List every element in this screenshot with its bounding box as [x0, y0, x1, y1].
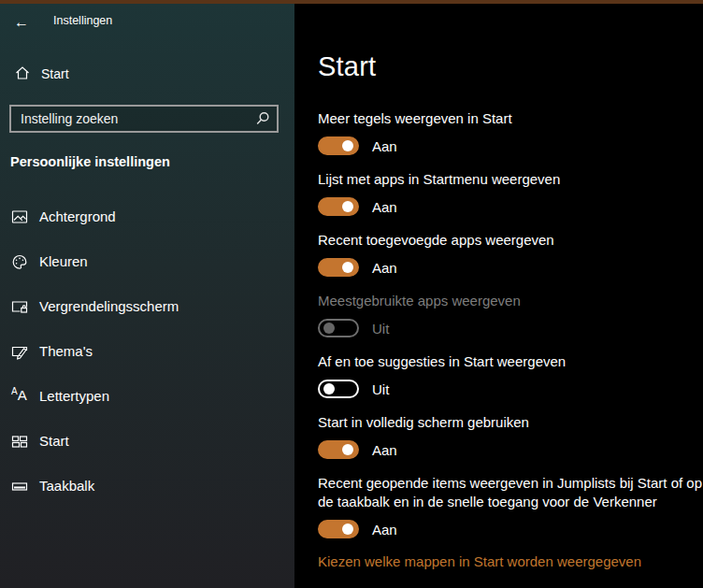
- toggle-switch[interactable]: [318, 440, 359, 459]
- taskbar-icon: [11, 478, 28, 495]
- sidebar-item-label: Thema's: [39, 343, 93, 359]
- setting-more-tiles: Meer tegels weergeven in Start Aan: [318, 109, 703, 155]
- toggle-state-label: Aan: [372, 260, 397, 276]
- setting-label: Lijst met apps in Startmenu weergeven: [318, 170, 703, 189]
- toggle-switch[interactable]: [318, 258, 359, 277]
- sidebar-item-label: Kleuren: [39, 253, 88, 269]
- sidebar: ← Instellingen Start Persoonlijke instel…: [0, 4, 294, 588]
- toggle-knob: [342, 444, 353, 455]
- setting-fullscreen-start: Start in volledig scherm gebruiken Aan: [318, 413, 703, 459]
- setting-label: Recent geopende items weergeven in Jumpl…: [318, 474, 703, 511]
- settings-list: Meer tegels weergeven in Start Aan Lijst…: [318, 109, 703, 570]
- window-top-edge: [0, 0, 703, 4]
- toggle-knob: [342, 201, 353, 212]
- image-icon: [11, 208, 28, 225]
- setting-label: Meer tegels weergeven in Start: [318, 109, 703, 128]
- sidebar-item-label: Lettertypen: [39, 388, 109, 404]
- toggle-knob: [323, 323, 335, 334]
- sidebar-home-label: Start: [41, 66, 69, 81]
- lockscreen-icon: [11, 298, 28, 315]
- toggle-knob: [342, 140, 353, 151]
- toggle-state-label: Aan: [372, 138, 397, 154]
- setting-recently-added: Recent toegevoegde apps weergeven Aan: [318, 231, 703, 277]
- choose-folders-link[interactable]: Kiezen welke mappen in Start worden weer…: [318, 553, 641, 569]
- themes-icon: [11, 343, 28, 360]
- back-button[interactable]: ←: [11, 12, 32, 33]
- setting-suggestions: Af en toe suggesties in Start weergeven …: [318, 352, 703, 398]
- toggle-knob: [342, 262, 353, 273]
- sidebar-section-header: Persoonlijke instellingen: [10, 154, 170, 169]
- sidebar-item-start[interactable]: Start: [0, 419, 294, 464]
- sidebar-item-label: Achtergrond: [39, 208, 116, 224]
- setting-label: Recent toegevoegde apps weergeven: [318, 231, 703, 250]
- toggle-switch[interactable]: [318, 520, 359, 538]
- sidebar-item-achtergrond[interactable]: Achtergrond: [0, 194, 294, 239]
- toggle-state-label: Aan: [372, 442, 397, 458]
- sidebar-item-themas[interactable]: Thema's: [0, 329, 294, 374]
- toggle-knob: [323, 383, 335, 394]
- palette-icon: [11, 253, 28, 270]
- toggle-state-label: Uit: [372, 321, 389, 337]
- toggle-switch[interactable]: [318, 380, 359, 398]
- toggle-switch: [318, 319, 359, 337]
- setting-jumplists: Recent geopende items weergeven in Jumpl…: [318, 474, 703, 538]
- home-icon: [14, 65, 31, 81]
- sidebar-item-kleuren[interactable]: Kleuren: [0, 239, 294, 284]
- search-box: [9, 105, 279, 133]
- setting-label: Start in volledig scherm gebruiken: [318, 413, 703, 432]
- setting-label: Af en toe suggesties in Start weergeven: [318, 352, 703, 371]
- content-area: Start Meer tegels weergeven in Start Aan…: [294, 4, 703, 588]
- toggle-switch[interactable]: [318, 136, 359, 155]
- toggle-state-label: Aan: [372, 522, 397, 538]
- sidebar-item-lettertypen[interactable]: AA Lettertypen: [0, 374, 294, 419]
- sidebar-item-vergrendelingsscherm[interactable]: Vergrendelingsscherm: [0, 284, 294, 329]
- page-title: Start: [318, 51, 376, 82]
- titlebar: ← Instellingen: [0, 9, 294, 37]
- sidebar-item-label: Vergrendelingsscherm: [39, 298, 179, 314]
- setting-label: Meestgebruikte apps weergeven: [318, 292, 703, 310]
- sidebar-item-taakbalk[interactable]: Taakbalk: [0, 464, 294, 509]
- toggle-switch[interactable]: [318, 197, 359, 216]
- start-tiles-icon: [11, 433, 28, 450]
- setting-most-used: Meestgebruikte apps weergeven Uit: [318, 292, 703, 337]
- sidebar-item-home[interactable]: Start: [0, 58, 294, 90]
- toggle-state-label: Aan: [372, 199, 397, 215]
- settings-window: ← Instellingen Start Persoonlijke instel…: [0, 0, 703, 588]
- setting-app-list: Lijst met apps in Startmenu weergeven Aa…: [318, 170, 703, 216]
- sidebar-item-label: Start: [39, 433, 69, 449]
- search-icon[interactable]: [249, 107, 277, 131]
- search-input[interactable]: [11, 107, 249, 131]
- app-title: Instellingen: [53, 14, 112, 27]
- fonts-icon: AA: [11, 386, 27, 404]
- toggle-state-label: Uit: [372, 381, 389, 397]
- toggle-knob: [342, 523, 353, 535]
- sidebar-item-label: Taakbalk: [39, 478, 94, 494]
